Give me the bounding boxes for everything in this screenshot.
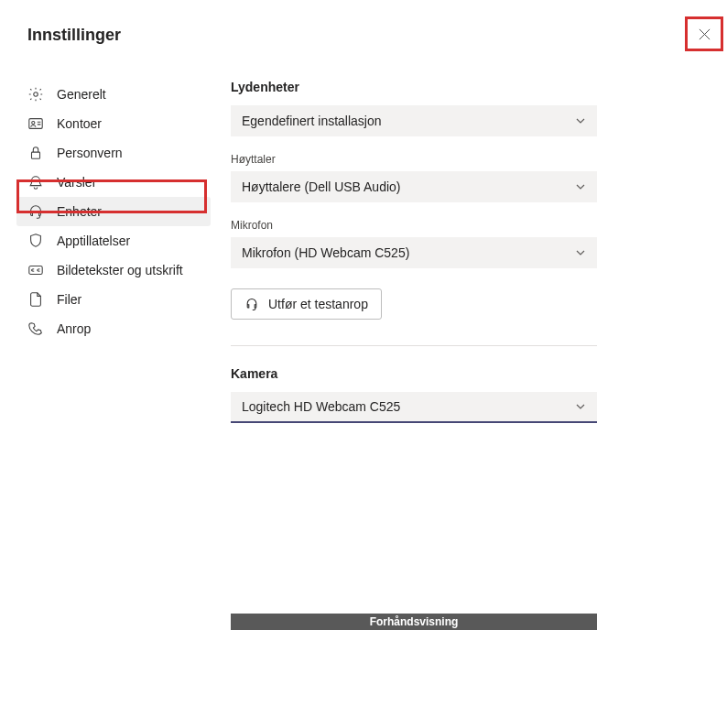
speaker-dropdown[interactable]: Høyttalere (Dell USB Audio) — [231, 171, 597, 202]
chevron-down-icon — [575, 247, 586, 258]
sidebar-item-devices[interactable]: Enheter — [16, 197, 211, 226]
microphone-label: Mikrofon — [231, 219, 635, 232]
microphone-dropdown[interactable]: Mikrofon (HD Webcam C525) — [231, 237, 597, 268]
camera-title: Kamera — [231, 366, 635, 381]
section-divider — [231, 345, 597, 346]
headset-icon — [244, 297, 259, 311]
audio-devices-title: Lydenheter — [231, 80, 635, 94]
sidebar-item-captions[interactable]: Bildetekster og utskrift — [16, 255, 211, 285]
sidebar-item-label: Filer — [57, 292, 81, 307]
audio-devices-dropdown[interactable]: Egendefinert installasjon — [231, 105, 597, 136]
sidebar-item-label: Anrop — [57, 321, 91, 336]
close-highlight — [685, 16, 723, 51]
shield-icon — [27, 233, 44, 249]
dropdown-value: Mikrofon (HD Webcam C525) — [242, 245, 409, 260]
close-button[interactable] — [688, 19, 721, 49]
phone-icon — [27, 321, 44, 337]
svg-rect-3 — [29, 119, 42, 129]
speaker-label: Høyttaler — [231, 153, 635, 166]
test-call-button[interactable]: Utfør et testanrop — [231, 288, 382, 320]
file-icon — [27, 291, 44, 308]
sidebar-item-accounts[interactable]: Kontoer — [16, 109, 211, 138]
dropdown-value: Høyttalere (Dell USB Audio) — [242, 179, 401, 194]
sidebar-item-label: Varsler — [57, 175, 96, 190]
sidebar-item-files[interactable]: Filer — [16, 285, 211, 314]
captions-icon — [27, 262, 44, 278]
chevron-down-icon — [575, 115, 586, 126]
chevron-down-icon — [575, 401, 586, 412]
svg-point-2 — [34, 92, 38, 97]
headset-icon — [27, 203, 44, 220]
button-label: Utfør et testanrop — [268, 297, 368, 311]
settings-main: Lydenheter Egendefinert installasjon Høy… — [211, 80, 727, 630]
sidebar-item-label: Bildetekster og utskrift — [57, 263, 183, 277]
id-card-icon — [27, 115, 44, 132]
svg-point-4 — [32, 121, 35, 124]
sidebar-item-label: Enheter — [57, 204, 102, 219]
chevron-down-icon — [575, 181, 586, 192]
preview-label: Forhåndsvisning — [370, 615, 459, 628]
settings-sidebar: Generelt Kontoer Personvern Varsler Enhe — [0, 80, 211, 630]
gear-icon — [27, 86, 44, 103]
svg-rect-5 — [32, 152, 40, 158]
sidebar-item-privacy[interactable]: Personvern — [16, 138, 211, 168]
dropdown-value: Egendefinert installasjon — [242, 114, 382, 128]
sidebar-item-label: Generelt — [57, 87, 106, 102]
sidebar-item-label: Personvern — [57, 146, 123, 160]
camera-preview-bar: Forhåndsvisning — [231, 614, 597, 630]
sidebar-item-general[interactable]: Generelt — [16, 80, 211, 109]
close-icon — [698, 27, 711, 41]
dropdown-value: Logitech HD Webcam C525 — [242, 399, 400, 414]
camera-dropdown[interactable]: Logitech HD Webcam C525 — [231, 392, 597, 423]
sidebar-item-label: Kontoer — [57, 116, 102, 131]
lock-icon — [27, 145, 44, 161]
page-title: Innstillinger — [27, 26, 121, 45]
sidebar-item-app-permissions[interactable]: Apptillatelser — [16, 226, 211, 255]
bell-icon — [27, 174, 44, 190]
sidebar-item-notifications[interactable]: Varsler — [16, 168, 211, 197]
sidebar-item-calls[interactable]: Anrop — [16, 314, 211, 343]
sidebar-item-label: Apptillatelser — [57, 234, 130, 248]
